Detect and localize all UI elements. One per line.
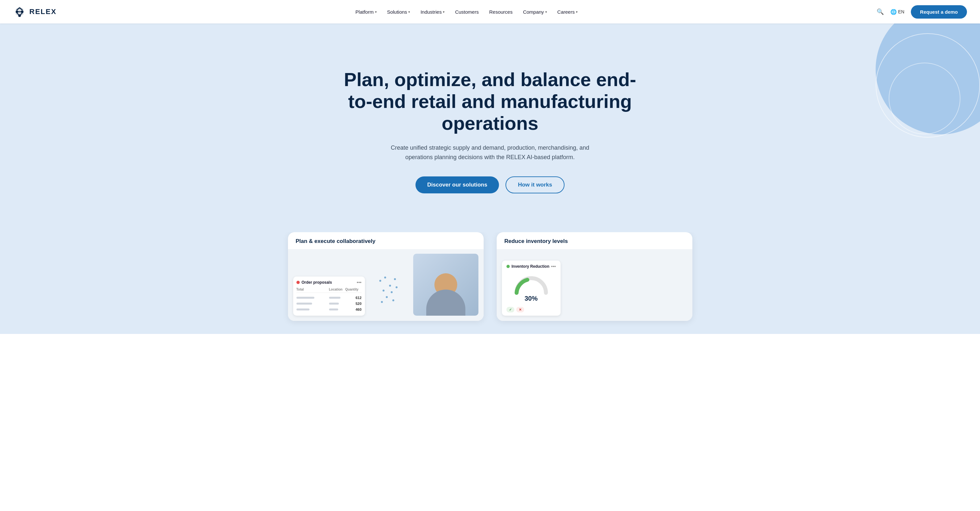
logo[interactable]: RELEX bbox=[13, 5, 56, 18]
chevron-down-icon: ▾ bbox=[375, 10, 377, 14]
nav-careers[interactable]: Careers ▾ bbox=[557, 9, 578, 15]
more-options-icon[interactable]: ••• bbox=[551, 264, 556, 269]
badge-check: ✓ bbox=[506, 307, 514, 312]
language-selector[interactable]: 🌐 EN bbox=[890, 9, 904, 15]
logo-text: RELEX bbox=[29, 8, 56, 16]
order-proposals-widget: Order proposals ••• Total Location Quant… bbox=[293, 277, 365, 316]
search-icon[interactable]: 🔍 bbox=[877, 8, 884, 15]
bar-chart-row bbox=[296, 297, 314, 299]
badge-cross: ✕ bbox=[516, 307, 524, 312]
scatter-decoration bbox=[376, 273, 402, 316]
status-dot-green bbox=[506, 265, 510, 268]
more-options-icon[interactable]: ••• bbox=[357, 280, 362, 285]
request-demo-button[interactable]: Request a demo bbox=[911, 5, 967, 19]
nav-right: 🔍 🌐 EN Request a demo bbox=[877, 5, 967, 19]
chevron-down-icon: ▾ bbox=[408, 10, 410, 14]
chevron-down-icon: ▾ bbox=[576, 10, 578, 14]
how-it-works-button[interactable]: How it works bbox=[506, 177, 565, 193]
nav-company[interactable]: Company ▾ bbox=[523, 9, 547, 15]
table-row: 612 bbox=[296, 295, 362, 301]
hero-heading: Plan, optimize, and balance end-to-end r… bbox=[344, 69, 637, 134]
inventory-reduction-widget: Inventory Reduction ••• 30% ✓ bbox=[502, 261, 561, 316]
person-body bbox=[426, 290, 465, 316]
nav-industries[interactable]: Industries ▾ bbox=[420, 9, 444, 15]
person-illustration bbox=[413, 254, 479, 316]
reduce-inventory-card-label: Reduce inventory levels bbox=[497, 232, 692, 249]
hero-section: Plan, optimize, and balance end-to-end r… bbox=[0, 24, 980, 232]
reduce-inventory-card: Reduce inventory levels Inventory Reduct… bbox=[497, 232, 692, 321]
discover-solutions-button[interactable]: Discover our solutions bbox=[415, 177, 499, 193]
reduce-inventory-card-content: Inventory Reduction ••• 30% ✓ bbox=[497, 249, 692, 321]
gauge-chart bbox=[506, 272, 556, 298]
nav-customers[interactable]: Customers bbox=[455, 9, 479, 15]
table-row: 460 bbox=[296, 307, 362, 312]
hero-cta-buttons: Discover our solutions How it works bbox=[415, 177, 565, 193]
navigation: RELEX Platform ▾ Solutions ▾ Industries … bbox=[0, 0, 980, 24]
cross-icon: ✕ bbox=[519, 308, 522, 311]
feature-cards-section: Plan & execute collaboratively Order pro… bbox=[0, 232, 980, 334]
table-row: 520 bbox=[296, 301, 362, 307]
nav-resources[interactable]: Resources bbox=[489, 9, 513, 15]
plan-execute-card: Plan & execute collaboratively Order pro… bbox=[288, 232, 484, 321]
hero-circle-decoration-3 bbox=[889, 63, 961, 134]
plan-execute-card-label: Plan & execute collaboratively bbox=[288, 232, 484, 249]
plan-execute-card-content: Order proposals ••• Total Location Quant… bbox=[288, 249, 484, 321]
chevron-down-icon: ▾ bbox=[443, 10, 444, 14]
nav-solutions[interactable]: Solutions ▾ bbox=[387, 9, 410, 15]
status-dot-red bbox=[296, 281, 300, 284]
globe-icon: 🌐 bbox=[890, 9, 897, 15]
chevron-down-icon: ▾ bbox=[545, 10, 547, 14]
hero-subheading: Create unified strategic supply and dema… bbox=[383, 143, 598, 162]
nav-links: Platform ▾ Solutions ▾ Industries ▾ Cust… bbox=[355, 9, 578, 15]
nav-platform[interactable]: Platform ▾ bbox=[355, 9, 377, 15]
check-icon: ✓ bbox=[509, 308, 512, 311]
